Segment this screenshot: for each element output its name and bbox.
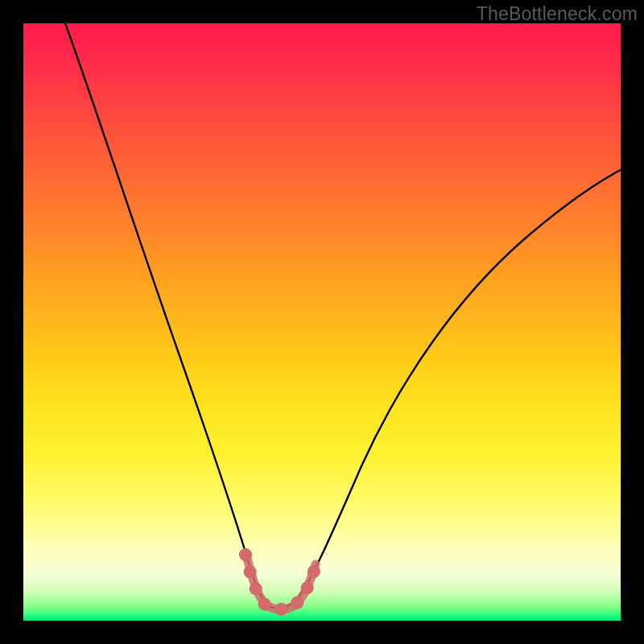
bottleneck-curve bbox=[65, 23, 621, 609]
curve-layer bbox=[23, 23, 621, 621]
valley-highlight-fill bbox=[247, 558, 316, 609]
watermark-text: TheBottleneck.com bbox=[477, 3, 638, 25]
plot-area bbox=[23, 23, 621, 621]
chart-frame: TheBottleneck.com bbox=[0, 0, 644, 644]
